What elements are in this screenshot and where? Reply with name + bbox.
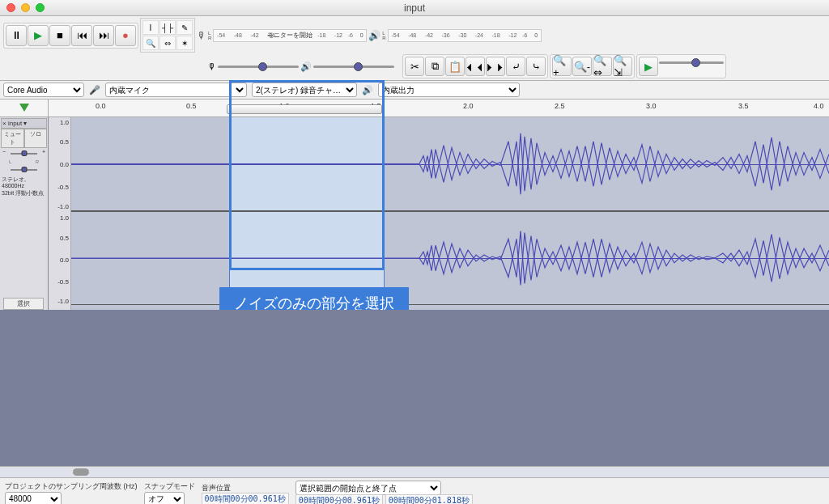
paste-button[interactable]: 📋 [445,57,465,76]
snap-mode-label: スナップモード [144,481,195,492]
edit-toolbar: ✂ ⧉ 📋 ⏴⏴ ⏵⏵ ⤶ ⤷ [402,54,548,78]
zoom-out-button[interactable]: 🔍- [572,57,592,76]
zoom-toolbar: 🔍+ 🔍- 🔍⇔ 🔍⇲ [550,54,635,78]
audio-position-label: 音声位置 [202,483,289,493]
envelope-tool[interactable]: ┤├ [159,20,176,35]
trim-button[interactable]: ⏴⏴ [466,57,485,76]
mic-icon: 🎤 [89,85,100,95]
project-rate-select[interactable]: 48000 [5,492,62,505]
horizontal-scrollbar[interactable] [0,466,829,477]
silence-button[interactable]: ⏵⏵ [486,57,505,76]
undo-button[interactable]: ⤶ [506,57,525,76]
playback-device-select[interactable]: 内蔵出力 [378,83,520,97]
draw-tool[interactable]: ✎ [176,20,193,35]
redo-button[interactable]: ⤷ [526,57,546,76]
recording-device-select[interactable]: 内蔵マイク [105,83,247,97]
track-select-button[interactable]: 選択 [3,298,44,310]
waveform-channel-left[interactable] [71,117,829,211]
close-window-button[interactable] [6,3,15,12]
device-toolbar: Core Audio 🎤 内蔵マイク 2(ステレオ) 録音チャ… 🔊 内蔵出力 [0,81,829,100]
transport-toolbar: ⏸ ▶ ■ ⏮ ⏭ ● [3,23,138,49]
annotation-highlight-box [229,80,385,270]
recording-volume-slider[interactable] [218,61,299,72]
rec-lr-label: L R [208,31,211,40]
solo-button[interactable]: ソロ [24,129,48,148]
traffic-lights [6,3,45,12]
zoom-in-button[interactable]: 🔍+ [552,57,572,76]
status-bar: プロジェクトのサンプリング周波数 (Hz) 48000 スナップモード オフ 音… [0,477,829,504]
track-control-panel[interactable]: × input ▾ ミュート ソロ −+ LR ステレオ, 48000Hz 32… [0,117,49,310]
play-at-speed-toolbar: ▶ [636,54,726,78]
cut-button[interactable]: ✂ [405,57,424,76]
playback-volume-slider[interactable] [313,61,394,72]
stop-button[interactable]: ■ [49,25,70,46]
play-button[interactable]: ▶ [28,25,49,46]
play-speed-slider[interactable] [659,57,724,68]
waveform-svg [71,117,829,210]
speaker-icon: 🔊 [368,30,380,41]
minimize-window-button[interactable] [21,3,30,12]
pin-icon [19,104,29,113]
selection-start-display[interactable]: 00時間00分00.961秒 [295,494,383,504]
track-area: × input ▾ ミュート ソロ −+ LR ステレオ, 48000Hz 32… [0,117,829,310]
fit-project-button[interactable]: 🔍⇲ [613,57,632,76]
track-format-info: ステレオ, 48000Hz 32bit 浮動小数点 [1,176,47,197]
mute-button[interactable]: ミュート [1,129,24,148]
mic-icon: 🎙 [197,30,206,41]
pan-slider[interactable] [1,166,47,174]
fit-selection-button[interactable]: 🔍⇔ [593,57,612,76]
pin-toggle[interactable] [0,100,49,116]
skip-start-button[interactable]: ⏮ [71,25,92,46]
skip-end-button[interactable]: ⏭ [93,25,114,46]
record-button[interactable]: ● [115,25,136,46]
timeline-ruler[interactable]: 0.0 0.5 1.0 1.5 2.0 2.5 3.0 3.5 4.0 [0,100,829,117]
vertical-scale[interactable]: 1.0 0.5 0.0 -0.5 -1.0 1.0 0.5 0.0 -0.5 -… [49,117,71,310]
audio-host-select[interactable]: Core Audio [3,83,84,97]
waveform-svg [71,212,829,304]
snap-mode-select[interactable]: オフ [144,492,185,505]
gain-slider[interactable]: −+ [1,150,47,158]
main-toolbar: ⏸ ▶ ■ ⏮ ⏭ ● I ┤├ ✎ 🔍 ⇔ ✶ 🎙 L R -54 -48 -… [0,16,829,81]
audio-position-display[interactable]: 00時間00分00.961秒 [202,493,289,505]
selection-end-display[interactable]: 00時間00分01.818秒 [385,494,473,504]
empty-track-area [0,310,829,477]
tools-toolbar: I ┤├ ✎ 🔍 ⇔ ✶ [140,18,195,53]
recording-meter[interactable]: 🎙 L R -54 -48 -42 -36 モニターを開始 -18 -12 -6… [197,29,367,42]
project-rate-label: プロジェクトのサンプリング周波数 (Hz) [5,481,138,492]
zoom-tool[interactable]: 🔍 [142,36,159,50]
copy-button[interactable]: ⧉ [425,57,444,76]
pause-button[interactable]: ⏸ [6,25,27,46]
play-at-speed-button[interactable]: ▶ [639,57,658,76]
selection-mode-select[interactable]: 選択範囲の開始点と終了点 [295,481,441,495]
mic-slider-icon: 🎙 [207,61,216,71]
window-title: input [404,2,425,14]
zoom-window-button[interactable] [36,3,45,12]
waveform-channel-right[interactable] [71,211,829,305]
selection-tool[interactable]: I [142,20,159,35]
spk-slider-icon: 🔊 [300,61,312,72]
timeshift-tool[interactable]: ⇔ [159,36,176,50]
svg-marker-0 [19,104,29,112]
multi-tool[interactable]: ✶ [176,36,193,50]
playback-meter[interactable]: 🔊 L R -54 -48 -42 -36 -30 -24 -18 -12 -6… [368,29,541,42]
play-lr-label: L R [382,31,385,40]
window-titlebar: input [0,0,829,16]
waveform-display[interactable] [71,117,829,310]
